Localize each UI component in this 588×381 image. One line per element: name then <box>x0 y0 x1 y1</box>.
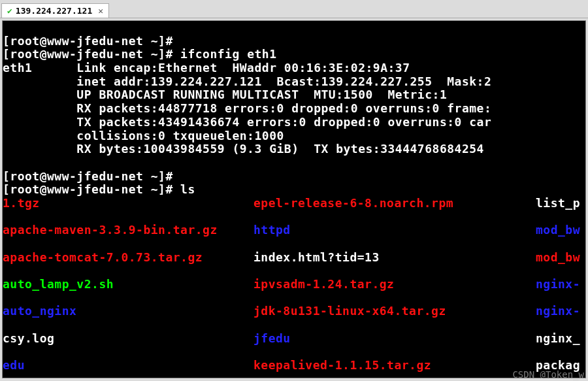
tab-bar: ✔ 139.224.227.121 ✕ <box>0 0 588 18</box>
file: index.html?tid=13 <box>253 251 536 265</box>
cmd: ls <box>180 182 195 196</box>
tab-title: 139.224.227.121 <box>16 6 92 16</box>
file: csy.log <box>3 332 253 346</box>
prompt: [root@www-jfedu-net ~]# <box>3 34 180 48</box>
ls-row: edukeepalived-1.1.15.tar.gzpackag <box>3 359 585 373</box>
ls-row: auto_lamp_v2.shipvsadm-1.24.tar.gznginx- <box>3 278 585 291</box>
dir: jfedu <box>253 332 536 346</box>
prompt: [root@www-jfedu-net ~]# <box>3 47 180 61</box>
ifconfig-line: RX packets:44877718 errors:0 dropped:0 o… <box>3 101 491 115</box>
ls-row: apache-maven-3.3.9-bin.tar.gzhttpdmod_bw <box>3 224 585 237</box>
terminal[interactable]: [root@www-jfedu-net ~]# [root@www-jfedu-… <box>2 20 586 378</box>
file: packag <box>536 359 585 373</box>
cmd: ifconfig eth1 <box>180 47 276 61</box>
file: mod_bw <box>536 251 585 265</box>
dir: mod_bw <box>536 224 585 237</box>
dir: nginx- <box>536 305 585 318</box>
ifconfig-line: eth1 Link encap:Ethernet HWaddr 00:16:3E… <box>3 61 410 75</box>
check-icon: ✔ <box>7 6 12 16</box>
ifconfig-line: collisions:0 txqueuelen:1000 <box>3 129 284 142</box>
ifconfig-line: inet addr:139.224.227.121 Bcast:139.224.… <box>3 75 491 88</box>
ls-row: apache-tomcat-7.0.73.tar.gzindex.html?ti… <box>3 251 585 265</box>
file: epel-release-6-8.noarch.rpm <box>253 197 536 210</box>
ifconfig-line: UP BROADCAST RUNNING MULTICAST MTU:1500 … <box>3 88 447 101</box>
file: apache-maven-3.3.9-bin.tar.gz <box>3 224 253 237</box>
dir: auto_nginx <box>3 305 253 318</box>
file: keepalived-1.1.15.tar.gz <box>253 359 536 373</box>
ls-row: csy.logjfedunginx_ <box>3 332 585 346</box>
dir: edu <box>3 359 253 373</box>
file: nginx_ <box>536 332 585 346</box>
tab-active[interactable]: ✔ 139.224.227.121 ✕ <box>1 3 109 18</box>
file: 1.tgz <box>3 197 253 210</box>
close-icon[interactable]: ✕ <box>98 6 103 16</box>
file: ipvsadm-1.24.tar.gz <box>253 278 536 291</box>
ls-row: auto_nginxjdk-8u131-linux-x64.tar.gzngin… <box>3 305 585 318</box>
exec: auto_lamp_v2.sh <box>3 278 253 291</box>
prompt: [root@www-jfedu-net ~]# <box>3 169 180 183</box>
file: list_p <box>536 197 585 210</box>
dir: nginx- <box>536 278 585 291</box>
dir: httpd <box>253 224 536 237</box>
ls-row: 1.tgzepel-release-6-8.noarch.rpmlist_p <box>3 197 585 210</box>
file: apache-tomcat-7.0.73.tar.gz <box>3 251 253 265</box>
ifconfig-line: RX bytes:10043984559 (9.3 GiB) TX bytes:… <box>3 142 484 156</box>
file: jdk-8u131-linux-x64.tar.gz <box>253 305 536 318</box>
prompt: [root@www-jfedu-net ~]# <box>3 182 180 196</box>
ifconfig-line: TX packets:43491436674 errors:0 dropped:… <box>3 115 491 129</box>
